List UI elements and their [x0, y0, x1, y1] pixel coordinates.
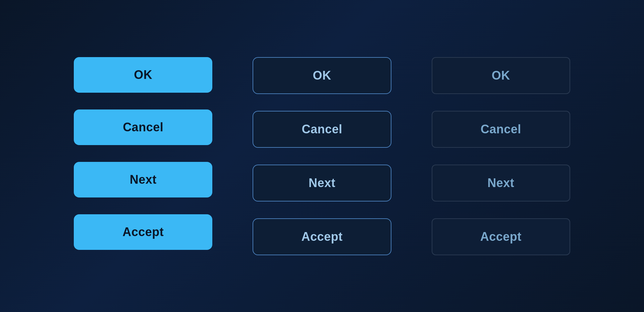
- column-filled: OK Cancel Next Accept: [74, 57, 212, 255]
- ok-button-outlined[interactable]: OK: [253, 57, 391, 94]
- cancel-button-outlined[interactable]: Cancel: [253, 111, 391, 148]
- cancel-button-dark[interactable]: Cancel: [432, 111, 570, 148]
- next-button-filled[interactable]: Next: [74, 162, 212, 197]
- accept-button-outlined[interactable]: Accept: [253, 218, 391, 255]
- accept-button-dark[interactable]: Accept: [432, 218, 570, 255]
- cancel-button-filled[interactable]: Cancel: [74, 109, 212, 145]
- column-dark: OK Cancel Next Accept: [432, 57, 570, 255]
- column-outlined: OK Cancel Next Accept: [253, 57, 391, 255]
- button-showcase-grid: OK Cancel Next Accept OK Cancel Next Acc…: [54, 37, 590, 275]
- accept-button-filled[interactable]: Accept: [74, 214, 212, 250]
- next-button-outlined[interactable]: Next: [253, 165, 391, 202]
- ok-button-filled[interactable]: OK: [74, 57, 212, 93]
- next-button-dark[interactable]: Next: [432, 165, 570, 202]
- ok-button-dark[interactable]: OK: [432, 57, 570, 94]
